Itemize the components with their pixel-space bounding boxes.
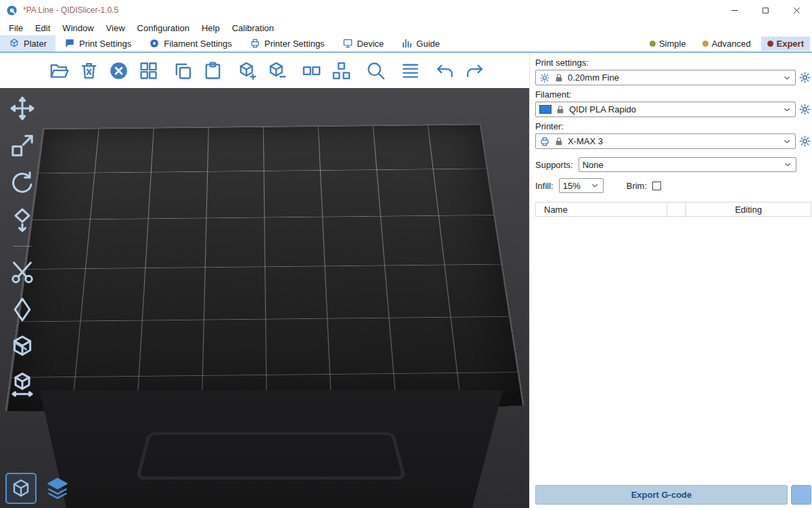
mode-expert[interactable]: Expert (761, 37, 810, 51)
maximize-button[interactable] (750, 0, 781, 20)
seam-icon[interactable] (9, 296, 36, 323)
column-header-extruder (667, 203, 686, 216)
printer-label: Printer: (535, 121, 811, 131)
menu-calibration[interactable]: Calibration (226, 22, 280, 35)
chevron-down-icon (590, 181, 600, 190)
titlebar: *PA Line - QIDISlicer-1.0.5 (0, 0, 812, 20)
tab-plater[interactable]: Plater (0, 35, 55, 51)
object-table-header: Name Editing (535, 202, 811, 217)
view-layers-button[interactable] (42, 473, 73, 504)
mode-advanced[interactable]: Advanced (696, 37, 757, 51)
toolbar-divider (13, 246, 32, 247)
viewport-3d[interactable] (0, 53, 529, 508)
delete-all-icon[interactable] (108, 60, 129, 81)
printer-bed-base (32, 390, 510, 508)
print-settings-select[interactable]: 0.20mm Fine (535, 70, 796, 85)
move-icon[interactable] (9, 95, 36, 122)
arrange-icon[interactable] (138, 60, 159, 81)
tab-printer-settings[interactable]: Printer Settings (241, 35, 334, 51)
lock-icon (555, 104, 566, 115)
sidebar: Print settings: 0.20mm Fine Filament: QI… (529, 53, 812, 508)
filament-color-swatch (539, 105, 551, 114)
mode-label: Simple (659, 39, 686, 49)
scene-3d[interactable] (0, 88, 529, 508)
printer-gear-button[interactable] (798, 135, 811, 148)
app-logo-icon (6, 5, 18, 16)
main-content: Print settings: 0.20mm Fine Filament: QI… (0, 53, 812, 508)
measure-icon[interactable] (9, 371, 36, 398)
view-3d-button[interactable] (5, 473, 37, 504)
delete-icon[interactable] (78, 60, 99, 81)
brim-checkbox[interactable] (652, 182, 661, 190)
object-list[interactable] (535, 217, 811, 485)
rotate-icon[interactable] (9, 169, 36, 196)
menu-file[interactable]: File (3, 22, 29, 35)
tab-guide[interactable]: Guide (392, 35, 449, 51)
lock-icon (554, 136, 564, 147)
supports-row: Supports: None (535, 157, 796, 172)
flatten-icon[interactable] (9, 207, 36, 234)
open-icon[interactable] (49, 60, 70, 81)
infill-value: 15% (563, 181, 581, 191)
split-objects-icon[interactable] (301, 60, 322, 81)
printer-row: X-MAX 3 (535, 133, 811, 149)
printer-icon (539, 136, 550, 147)
print-settings-gear-button[interactable] (798, 71, 811, 84)
search-icon[interactable] (365, 60, 386, 81)
print-settings-row: 0.20mm Fine (535, 70, 811, 85)
supports-label: Supports: (535, 160, 573, 170)
menu-help[interactable]: Help (196, 22, 226, 35)
menu-window[interactable]: Window (56, 22, 99, 35)
infill-label: Infill: (535, 181, 554, 191)
menu-view[interactable]: View (100, 22, 131, 35)
infill-select[interactable]: 15% (559, 178, 604, 193)
filament-icon (149, 38, 160, 49)
lock-icon (554, 72, 564, 83)
layer-height-icon[interactable] (400, 60, 421, 81)
column-header-editing[interactable]: Editing (686, 203, 811, 216)
mode-simple[interactable]: Simple (644, 37, 692, 51)
supports-select[interactable]: None (579, 157, 796, 172)
add-instance-icon[interactable] (237, 60, 258, 81)
chevron-down-icon (782, 137, 792, 146)
menu-configuration[interactable]: Configuration (131, 22, 196, 35)
paint-icon[interactable] (9, 333, 36, 360)
remove-instance-icon[interactable] (267, 60, 288, 81)
tab-filament-settings[interactable]: Filament Settings (140, 35, 240, 51)
filament-row: QIDI PLA Rapido (535, 102, 811, 117)
export-options-button[interactable] (791, 485, 811, 505)
chevron-down-icon (782, 73, 792, 83)
filament-select[interactable]: QIDI PLA Rapido (535, 102, 796, 117)
mode-dot (767, 41, 773, 47)
tab-label: Printer Settings (265, 39, 325, 49)
redo-icon[interactable] (464, 60, 485, 81)
printer-select[interactable]: X-MAX 3 (535, 133, 796, 149)
filament-gear-button[interactable] (798, 103, 811, 116)
brim-label: Brim: (627, 181, 647, 191)
print-settings-label: Print settings: (535, 58, 811, 68)
menu-edit[interactable]: Edit (29, 22, 56, 35)
mode-dot (650, 41, 656, 47)
export-gcode-button[interactable]: Export G-code (535, 485, 788, 505)
window-title: *PA Line - QIDISlicer-1.0.5 (23, 5, 118, 15)
mode-dot (702, 41, 708, 47)
split-parts-icon[interactable] (331, 60, 352, 81)
mode-label: Advanced (712, 39, 751, 49)
tab-device[interactable]: Device (334, 35, 393, 51)
undo-icon[interactable] (434, 60, 455, 81)
tab-print-settings[interactable]: Print Settings (55, 35, 140, 51)
tab-label: Device (357, 39, 384, 49)
copy-icon[interactable] (173, 60, 194, 81)
guide-icon (401, 38, 412, 49)
cut-icon[interactable] (9, 259, 36, 286)
device-icon (342, 38, 353, 49)
close-button[interactable] (781, 0, 812, 20)
filament-value: QIDI PLA Rapido (569, 104, 636, 114)
printer-value: X-MAX 3 (568, 136, 603, 146)
mode-label: Expert (777, 39, 804, 49)
paste-icon[interactable] (202, 60, 223, 81)
minimize-button[interactable] (719, 0, 750, 20)
supports-value: None (583, 160, 604, 170)
scale-icon[interactable] (9, 132, 36, 159)
column-header-name[interactable]: Name (536, 203, 667, 216)
